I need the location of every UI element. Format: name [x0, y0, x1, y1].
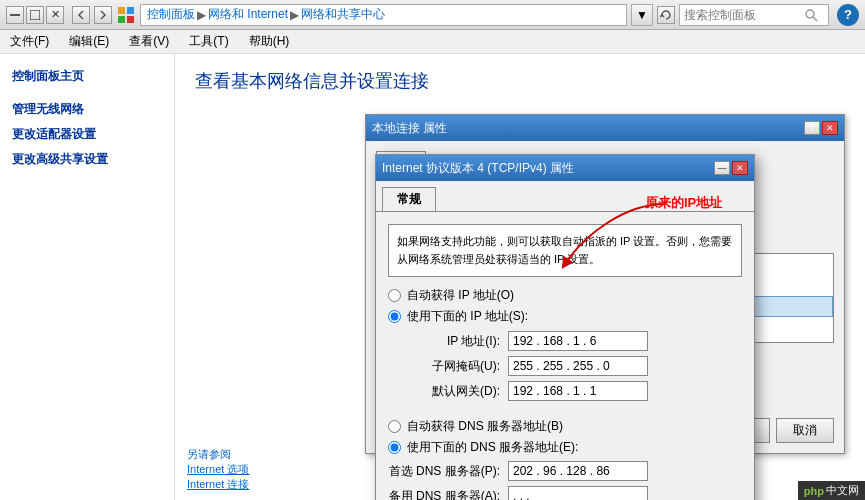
nav-network-center[interactable]: 网络和共享中心 [301, 6, 385, 23]
ip-label: IP 地址(I): [388, 333, 508, 350]
alternate-dns-input[interactable] [508, 486, 648, 500]
menu-tools[interactable]: 工具(T) [185, 31, 232, 52]
menu-file[interactable]: 文件(F) [6, 31, 53, 52]
manual-dns-row: 使用下面的 DNS 服务器地址(E): [388, 439, 742, 456]
help-btn[interactable]: ? [837, 4, 859, 26]
right-area: 查看基本网络信息并设置连接 本地连接 属性 ? ✕ 常规 连接时使用: [175, 54, 865, 500]
ip-field-row: IP 地址(I): [388, 331, 742, 351]
dns-section: 自动获得 DNS 服务器地址(B) 使用下面的 DNS 服务器地址(E): [388, 418, 742, 456]
manual-dns-label: 使用下面的 DNS 服务器地址(E): [407, 439, 578, 456]
ip-input[interactable] [508, 331, 648, 351]
nav-network-internet[interactable]: 网络和 Internet [208, 6, 288, 23]
sidebar-adapter[interactable]: 更改适配器设置 [0, 122, 174, 147]
svg-rect-0 [10, 14, 20, 16]
manual-ip-label: 使用下面的 IP 地址(S): [407, 308, 528, 325]
sidebar-home[interactable]: 控制面板主页 [0, 64, 174, 89]
menubar: 文件(F) 编辑(E) 查看(V) 工具(T) 帮助(H) [0, 30, 865, 54]
fg-info-box: 如果网络支持此功能，则可以获取自动指派的 IP 设置。否则，您需要从网络系统管理… [388, 224, 742, 277]
fg-title-buttons: — ✕ [714, 161, 748, 175]
svg-line-7 [813, 17, 817, 21]
fg-dialog-titlebar: Internet 协议版本 4 (TCP/IPv4) 属性 — ✕ [376, 155, 754, 181]
maximize-btn[interactable] [26, 6, 44, 24]
titlebar: ✕ 控制面板 ▶ 网络和 Internet ▶ 网络和共享中心 ▼ ? [0, 0, 865, 30]
subnet-input[interactable] [508, 356, 648, 376]
search-icon [804, 8, 818, 22]
address-bar[interactable]: 控制面板 ▶ 网络和 Internet ▶ 网络和共享中心 [140, 4, 627, 26]
nav-forward-btn[interactable] [94, 6, 112, 24]
also-see-label: 另请参阅 [187, 447, 249, 462]
auto-dns-radio[interactable] [388, 420, 401, 433]
refresh-btn[interactable] [657, 6, 675, 24]
preferred-dns-input[interactable] [508, 461, 648, 481]
sidebar-wireless[interactable]: 管理无线网络 [0, 97, 174, 122]
sidebar-sharing[interactable]: 更改高级共享设置 [0, 147, 174, 172]
svg-rect-3 [127, 7, 134, 14]
fg-tab-general[interactable]: 常规 [382, 187, 436, 211]
auto-dns-row: 自动获得 DNS 服务器地址(B) [388, 418, 742, 435]
bg-close-btn[interactable]: ✕ [822, 121, 838, 135]
svg-rect-2 [118, 7, 125, 14]
fg-dialog-title: Internet 协议版本 4 (TCP/IPv4) 属性 [382, 160, 574, 177]
auto-dns-label: 自动获得 DNS 服务器地址(B) [407, 418, 563, 435]
search-input[interactable] [684, 8, 804, 22]
control-panel-icon [116, 5, 136, 25]
preferred-dns-label: 首选 DNS 服务器(P): [388, 463, 508, 480]
preferred-dns-row: 首选 DNS 服务器(P): [388, 461, 742, 481]
internet-options-link[interactable]: Internet 选项 [187, 462, 249, 477]
alternate-dns-label: 备用 DNS 服务器(A): [388, 488, 508, 500]
manual-dns-radio[interactable] [388, 441, 401, 454]
address-dropdown-btn[interactable]: ▼ [631, 4, 653, 26]
bg-dialog-title: 本地连接 属性 [372, 120, 447, 137]
close-btn[interactable]: ✕ [46, 6, 64, 24]
svg-rect-4 [118, 16, 125, 23]
svg-rect-1 [30, 10, 40, 20]
ip-radio-group: 自动获得 IP 地址(O) 使用下面的 IP 地址(S): [388, 287, 742, 325]
alternate-dns-row: 备用 DNS 服务器(A): [388, 486, 742, 500]
svg-point-6 [806, 10, 814, 18]
auto-ip-label: 自动获得 IP 地址(O) [407, 287, 514, 304]
gateway-input[interactable] [508, 381, 648, 401]
bg-dialog-titlebar: 本地连接 属性 ? ✕ [366, 115, 844, 141]
main-content: 控制面板主页 管理无线网络 更改适配器设置 更改高级共享设置 查看基本网络信息并… [0, 54, 865, 500]
fg-tabs: 常规 [376, 181, 754, 211]
nav-control-panel[interactable]: 控制面板 [147, 6, 195, 23]
manual-ip-row: 使用下面的 IP 地址(S): [388, 308, 742, 325]
minimize-btn[interactable] [6, 6, 24, 24]
auto-ip-row: 自动获得 IP 地址(O) [388, 287, 742, 304]
php-badge: php 中文网 [798, 481, 865, 500]
window-controls[interactable]: ✕ [6, 6, 64, 24]
php-suffix: 中文网 [826, 483, 859, 498]
gateway-label: 默认网关(D): [388, 383, 508, 400]
nav-back-btn[interactable] [72, 6, 90, 24]
sidebar: 控制面板主页 管理无线网络 更改适配器设置 更改高级共享设置 [0, 54, 175, 500]
menu-help[interactable]: 帮助(H) [245, 31, 294, 52]
menu-edit[interactable]: 编辑(E) [65, 31, 113, 52]
subnet-field-row: 子网掩码(U): [388, 356, 742, 376]
svg-rect-5 [127, 16, 134, 23]
fg-min-btn[interactable]: — [714, 161, 730, 175]
bottom-also-see: 另请参阅 Internet 选项 Internet 连接 [187, 447, 249, 492]
bg-help-btn[interactable]: ? [804, 121, 820, 135]
fg-dialog-body: 如果网络支持此功能，则可以获取自动指派的 IP 设置。否则，您需要从网络系统管理… [376, 211, 754, 500]
manual-ip-radio[interactable] [388, 310, 401, 323]
internet-info-link[interactable]: Internet 连接 [187, 477, 249, 492]
gateway-field-row: 默认网关(D): [388, 381, 742, 401]
php-text: php [804, 485, 824, 497]
fg-tcpip-dialog: Internet 协议版本 4 (TCP/IPv4) 属性 — ✕ 常规 如果网… [375, 154, 755, 500]
subnet-label: 子网掩码(U): [388, 358, 508, 375]
bg-cancel-btn[interactable]: 取消 [776, 418, 834, 443]
page-title: 查看基本网络信息并设置连接 [195, 69, 845, 93]
search-box[interactable] [679, 4, 829, 26]
menu-view[interactable]: 查看(V) [125, 31, 173, 52]
fg-close-btn[interactable]: ✕ [732, 161, 748, 175]
nav-bar: 控制面板 ▶ 网络和 Internet ▶ 网络和共享中心 ▼ ? [68, 4, 859, 26]
auto-ip-radio[interactable] [388, 289, 401, 302]
